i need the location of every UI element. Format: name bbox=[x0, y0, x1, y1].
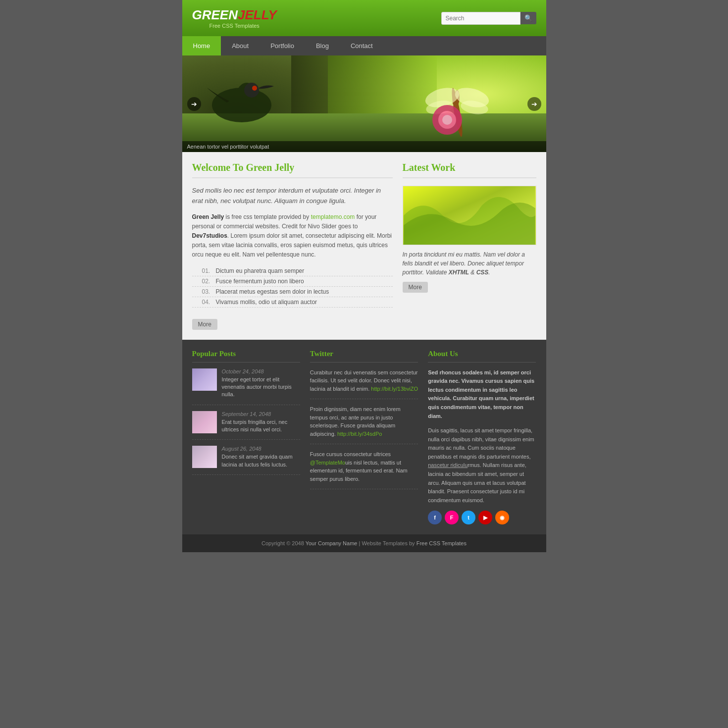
twitter-title: Twitter bbox=[310, 350, 418, 363]
nav-item-portfolio[interactable]: Portfolio bbox=[260, 36, 305, 55]
nav-link-home[interactable]: Home bbox=[182, 36, 221, 55]
list-item: 03. Placerat metus egestas sem dolor in … bbox=[192, 287, 393, 297]
welcome-section: Welcome To Green Jelly Sed mollis leo ne… bbox=[192, 162, 393, 330]
twitter-handle: @TemplateMo bbox=[310, 460, 345, 466]
post-content: September 14, 2048 Erat turpis fringilla… bbox=[222, 411, 300, 434]
slider-caption: Aenean tortor vel porttitor volutpat bbox=[182, 141, 546, 152]
welcome-intro: Sed mollis leo nec est tempor interdum e… bbox=[192, 186, 393, 207]
svg-point-12 bbox=[442, 115, 452, 125]
post-text: Donec sit amet gravida quam lacinia at l… bbox=[222, 453, 300, 468]
footer-sections: Popular Posts October 24, 2048 Integer e… bbox=[182, 340, 546, 535]
twitter-icon[interactable]: t bbox=[462, 511, 475, 524]
tweet-item: Proin dignissim, diam nec enim lorem tem… bbox=[310, 405, 418, 444]
templates-text: Website Templates by bbox=[362, 540, 416, 546]
footer-copyright: Copyright © 2048 Your Company Name | Web… bbox=[182, 534, 546, 552]
nav-item-home[interactable]: Home bbox=[182, 36, 221, 55]
tweet-link[interactable]: http://bit.ly/34sdPo bbox=[337, 431, 382, 437]
search-input[interactable] bbox=[441, 12, 520, 25]
tweet-item: Curabitur nec dui venenatis sem consecte… bbox=[310, 368, 418, 400]
dev7studios-link[interactable]: Dev7studios bbox=[192, 232, 227, 239]
work-more-button[interactable]: More bbox=[403, 282, 428, 293]
flickr-icon[interactable]: F bbox=[445, 511, 459, 524]
post-date: September 14, 2048 bbox=[222, 411, 300, 417]
latest-work-title: Latest Work bbox=[403, 162, 536, 178]
post-thumbnail bbox=[192, 368, 217, 391]
nav-link-about[interactable]: About bbox=[221, 36, 260, 55]
post-thumbnail bbox=[192, 411, 217, 433]
templates-link[interactable]: Free CSS Templates bbox=[416, 540, 467, 546]
post-thumbnail bbox=[192, 446, 217, 468]
main-content: Welcome To Green Jelly Sed mollis leo ne… bbox=[182, 152, 546, 340]
welcome-more-button[interactable]: More bbox=[192, 319, 217, 330]
company-link[interactable]: Your Company Name bbox=[306, 540, 358, 546]
post-date: October 24, 2048 bbox=[222, 368, 300, 374]
social-icons-group: f F t ▶ ◉ bbox=[428, 511, 536, 524]
about-para-1: Sed rhoncus sodales mi, id semper orci g… bbox=[428, 368, 536, 421]
nav-link-portfolio[interactable]: Portfolio bbox=[260, 36, 305, 55]
tweet-item: Fusce cursus consectetur ultrices @Templ… bbox=[310, 450, 418, 489]
tweet-link[interactable]: http://bit.ly/13bviZO bbox=[371, 386, 418, 392]
nav-item-blog[interactable]: Blog bbox=[305, 36, 340, 55]
list-item: 01. Dictum eu pharetra quam semper bbox=[192, 266, 393, 276]
slider-next-button[interactable]: ➔ bbox=[527, 97, 541, 111]
logo-tagline: Free CSS Templates bbox=[192, 23, 277, 29]
logo: GREENJELLY Free CSS Templates bbox=[192, 7, 277, 29]
work-caption: In porta tincidunt mi eu mattis. Nam vel… bbox=[403, 250, 536, 277]
popular-posts-title: Popular Posts bbox=[192, 350, 300, 363]
about-link[interactable]: nascetur ridiculu bbox=[428, 462, 468, 468]
about-para-2: Duis sagittis, lacus sit amet tempor fri… bbox=[428, 426, 536, 505]
brand-name: Green Jelly bbox=[192, 213, 224, 220]
bird-image bbox=[202, 65, 291, 140]
about-us-section: About Us Sed rhoncus sodales mi, id semp… bbox=[428, 350, 536, 525]
nav-item-about[interactable]: About bbox=[221, 36, 260, 55]
post-content: August 26, 2048 Donec sit amet gravida q… bbox=[222, 446, 300, 468]
list-item: 02. Fusce fermentum justo non libero bbox=[192, 276, 393, 287]
youtube-icon[interactable]: ▶ bbox=[478, 511, 492, 524]
post-text: Erat turpis fringilla orci, nec ultrices… bbox=[222, 418, 300, 434]
hero-slider: ➔ ➔ Aenean tortor vel porttitor volutpat bbox=[182, 55, 546, 152]
welcome-body: Green Jelly is free css template provide… bbox=[192, 212, 393, 260]
svg-point-2 bbox=[244, 83, 259, 98]
copyright-text: Copyright © 2048 bbox=[261, 540, 306, 546]
welcome-list: 01. Dictum eu pharetra quam semper 02. F… bbox=[192, 266, 393, 308]
rss-icon[interactable]: ◉ bbox=[495, 511, 509, 524]
nav-link-contact[interactable]: Contact bbox=[340, 36, 384, 55]
templatemo-link[interactable]: templatemo.com bbox=[311, 213, 355, 220]
popular-posts-section: Popular Posts October 24, 2048 Integer e… bbox=[192, 350, 300, 525]
post-item: September 14, 2048 Erat turpis fringilla… bbox=[192, 411, 300, 440]
post-text: Integer eget tortor et elit venenatis au… bbox=[222, 376, 300, 399]
welcome-title: Welcome To Green Jelly bbox=[192, 162, 393, 178]
nav-link-blog[interactable]: Blog bbox=[305, 36, 340, 55]
work-preview-image bbox=[403, 186, 536, 245]
search-area: 🔍 bbox=[441, 12, 536, 25]
post-item: August 26, 2048 Donec sit amet gravida q… bbox=[192, 446, 300, 475]
facebook-icon[interactable]: f bbox=[428, 511, 442, 524]
twitter-section: Twitter Curabitur nec dui venenatis sem … bbox=[310, 350, 418, 525]
post-date: August 26, 2048 bbox=[222, 446, 300, 452]
search-button[interactable]: 🔍 bbox=[520, 12, 536, 24]
main-nav: Home About Portfolio Blog Contact bbox=[182, 36, 546, 55]
about-us-title: About Us bbox=[428, 350, 536, 363]
slider-prev-button[interactable]: ➔ bbox=[187, 97, 201, 111]
latest-work-section: Latest Work bbox=[403, 162, 536, 330]
logo-green: GREEN bbox=[192, 7, 238, 22]
flower-image bbox=[422, 98, 472, 142]
nav-item-contact[interactable]: Contact bbox=[340, 36, 384, 55]
list-item: 04. Vivamus mollis, odio ut aliquam auct… bbox=[192, 297, 393, 308]
logo-jelly: JELLY bbox=[238, 7, 277, 22]
post-content: October 24, 2048 Integer eget tortor et … bbox=[222, 368, 300, 399]
post-item: October 24, 2048 Integer eget tortor et … bbox=[192, 368, 300, 405]
svg-point-3 bbox=[252, 86, 257, 91]
dev7studios-text: Dev7studios bbox=[192, 232, 227, 239]
